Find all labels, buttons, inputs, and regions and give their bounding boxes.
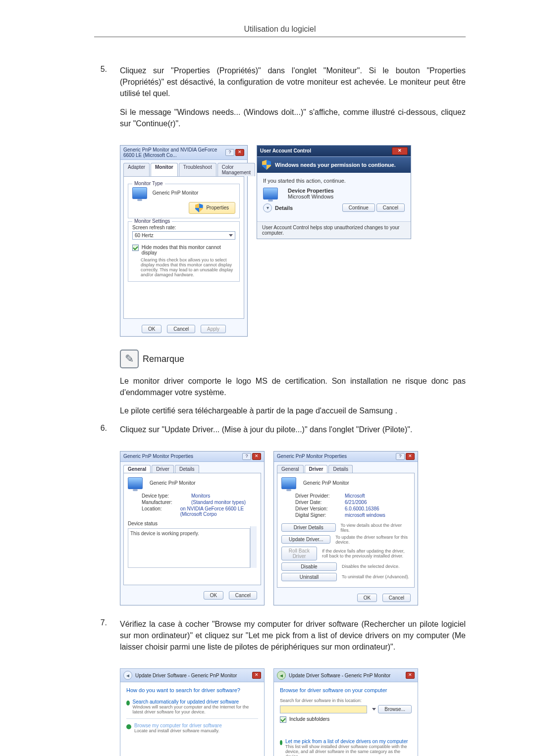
monitor-icon [263, 188, 278, 200]
label: Driver Provider: [295, 493, 340, 499]
tab-details[interactable]: Details [175, 465, 199, 473]
wizard-body: How do you want to search for driver sof… [120, 682, 264, 756]
note-icon: ✎ [120, 350, 139, 368]
hide-modes-checkbox[interactable] [132, 245, 139, 251]
value: on NVIDIA GeForce 6600 LE (Microsoft Cor… [180, 506, 257, 517]
driver-details-button[interactable]: Driver Details [281, 523, 336, 532]
cancel-button[interactable]: Cancel [382, 594, 411, 602]
button-description: If the device fails after updating the d… [322, 549, 410, 558]
device-status-label: Device status [128, 521, 257, 526]
include-subfolders-checkbox[interactable] [280, 716, 286, 723]
help-button[interactable]: ? [242, 453, 251, 460]
chevron-down-icon [229, 234, 233, 237]
dialog-buttons: OK Cancel [274, 591, 418, 605]
tab-details[interactable]: Details [328, 465, 353, 473]
banner-text: Windows needs your permission to contion… [275, 162, 396, 168]
step-number: 5. [94, 65, 107, 136]
tab-troubleshoot[interactable]: Troubleshoot [179, 163, 216, 176]
option-search-automatically[interactable]: Search automatically for updated driver … [133, 699, 258, 705]
close-icon[interactable]: ✕ [392, 147, 408, 155]
label: Manufacturer: [142, 500, 186, 505]
value: Microsoft [345, 493, 365, 499]
checkbox-label: Hide modes that this monitor cannot disp… [142, 245, 235, 255]
label: Location: [142, 506, 175, 517]
disable-button[interactable]: Disable [281, 562, 337, 571]
tab-panel: Monitor Type Generic PnP Monitor Propert… [123, 176, 244, 319]
close-icon[interactable]: ✕ [235, 149, 244, 156]
ok-button[interactable]: OK [357, 594, 377, 602]
button-description: To view details about the driver files. [341, 523, 410, 533]
step-body: Vérifiez la case à cocher "Browse my com… [120, 618, 466, 660]
tab-color-management[interactable]: Color Management [217, 163, 255, 176]
page-header: Utilisation du logiciel [94, 25, 466, 37]
browse-button[interactable]: Browse... [378, 705, 412, 713]
option-browse-computer[interactable]: Browse my computer for driver software [134, 723, 222, 728]
uac-item-publisher: Microsoft Windows [288, 194, 334, 200]
ok-button[interactable]: OK [142, 325, 161, 333]
button-description: To update the driver software for this d… [335, 535, 410, 545]
value: 6.0.6000.16386 [345, 506, 379, 511]
refresh-rate-dropdown[interactable]: 60 Hertz [132, 231, 235, 240]
tab-adapter[interactable]: Adapter [123, 163, 150, 176]
close-icon[interactable]: ✕ [406, 453, 415, 460]
tab-strip: Adapter Monitor Troubleshoot Color Manag… [123, 163, 244, 176]
tab-general[interactable]: General [123, 465, 151, 473]
dialog-buttons: OK Cancel Apply [120, 322, 247, 336]
label: Driver Version: [295, 506, 340, 511]
close-icon[interactable]: ✕ [252, 453, 261, 460]
tab-driver[interactable]: Driver [305, 465, 328, 473]
uac-item-title: Device Properties [288, 188, 334, 194]
properties-button[interactable]: Properties [189, 202, 235, 214]
update-driver-browse-dialog: ◄ Update Driver Software - Generic PnP M… [273, 668, 418, 756]
option-pick-from-list[interactable]: Let me pick from a list of device driver… [285, 739, 412, 744]
uac-dialog: User Account Control ✕ Windows needs you… [257, 145, 411, 239]
location-input[interactable] [280, 706, 367, 713]
scrollbar[interactable] [250, 526, 257, 568]
cancel-button[interactable]: Cancel [229, 591, 257, 600]
monitor-icon [281, 477, 296, 489]
tab-driver[interactable]: Driver [152, 465, 174, 473]
dropdown-value: 60 Hertz [135, 233, 154, 238]
uninstall-button[interactable]: Uninstall [281, 573, 337, 581]
roll-back-driver-button[interactable]: Roll Back Driver [281, 547, 317, 560]
shield-icon [262, 160, 271, 170]
button-description: To uninstall the driver (Advanced). [342, 574, 409, 579]
window-title: Generic PnP Monitor and NVIDIA GeForce 6… [123, 147, 225, 158]
tab-general[interactable]: General [277, 465, 304, 473]
label: Digital Signer: [295, 512, 340, 518]
details-toggle[interactable]: Details [275, 205, 293, 211]
titlebar: Generic PnP Monitor Properties ? ✕ [274, 452, 418, 462]
hide-modes-description: Clearing this check box allows you to se… [141, 257, 235, 277]
titlebar: User Account Control ✕ [257, 146, 411, 157]
window-title: User Account Control [260, 148, 311, 153]
cancel-button[interactable]: Cancel [376, 203, 405, 212]
apply-button[interactable]: Apply [201, 325, 226, 333]
close-icon[interactable]: ✕ [252, 672, 261, 679]
chevron-down-icon[interactable]: ▾ [263, 203, 272, 212]
titlebar: ◄ Update Driver Software - Generic PnP M… [120, 669, 264, 682]
update-driver-button[interactable]: Update Driver... [281, 535, 330, 544]
help-button[interactable]: ? [396, 453, 405, 460]
close-icon[interactable]: ✕ [406, 672, 415, 679]
step-text: Si le message "Windows needs... (Windows… [120, 106, 466, 129]
checkbox-label: Include subfolders [289, 716, 329, 722]
group-monitor-type: Monitor Type Generic PnP Monitor Propert… [128, 184, 240, 218]
option-description: This list will show installed driver sof… [285, 744, 412, 756]
group-title: Monitor Settings [132, 218, 172, 224]
help-button[interactable]: ? [225, 149, 234, 156]
search-location-label: Search for driver software in this locat… [280, 698, 412, 703]
device-name: Generic PnP Monitor [303, 480, 349, 486]
document-page: Utilisation du logiciel 5. Cliquez sur "… [0, 0, 535, 756]
back-icon[interactable]: ◄ [277, 671, 286, 680]
chevron-down-icon[interactable] [372, 708, 376, 710]
continue-button[interactable]: Continue [342, 203, 375, 212]
ok-button[interactable]: OK [204, 591, 223, 600]
shield-icon [195, 203, 203, 212]
arrow-icon [126, 701, 130, 706]
dialog-buttons: OK Cancel [120, 588, 264, 603]
tab-monitor[interactable]: Monitor [151, 163, 178, 176]
device-status-box: This device is working properly. [128, 528, 250, 568]
back-icon[interactable]: ◄ [123, 671, 132, 680]
cancel-button[interactable]: Cancel [167, 325, 195, 333]
step-number: 7. [94, 618, 107, 660]
